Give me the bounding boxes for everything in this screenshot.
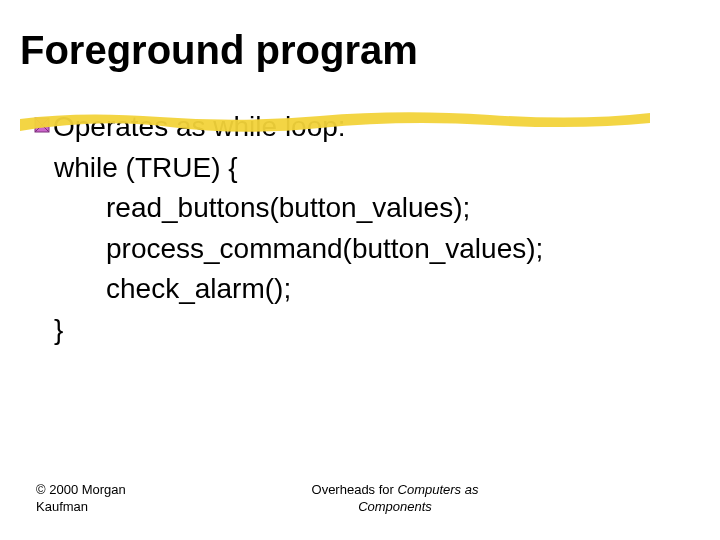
body-content: Operates as while loop: while (TRUE) { r… (20, 107, 700, 351)
code-line: check_alarm(); (54, 269, 700, 310)
bullet-text: Operates as while loop: (53, 107, 346, 148)
footer-em: Computers as (398, 482, 479, 497)
copyright-line2: Kaufman (36, 499, 180, 516)
slide-title: Foreground program (20, 28, 700, 73)
footer-center-line2: Components (180, 499, 610, 516)
bullet-item: Operates as while loop: (33, 107, 700, 148)
code-line: } (54, 310, 700, 351)
code-line: read_buttons(button_values); (54, 188, 700, 229)
copyright-line1: © 2000 Morgan (36, 482, 180, 499)
title-block: Foreground program (20, 28, 700, 73)
footer-copyright: © 2000 Morgan Kaufman (0, 482, 180, 516)
code-line: process_command(button_values); (54, 229, 700, 270)
footer-prefix: Overheads for (312, 482, 398, 497)
code-line: while (TRUE) { (54, 148, 700, 189)
footer-center: Overheads for Computers as Components (180, 482, 720, 516)
footer: © 2000 Morgan Kaufman Overheads for Comp… (0, 482, 720, 516)
footer-center-line1: Overheads for Computers as (180, 482, 610, 499)
bullet-square-icon (33, 116, 51, 134)
slide: { "title": "Foreground program", "bullet… (0, 0, 720, 540)
